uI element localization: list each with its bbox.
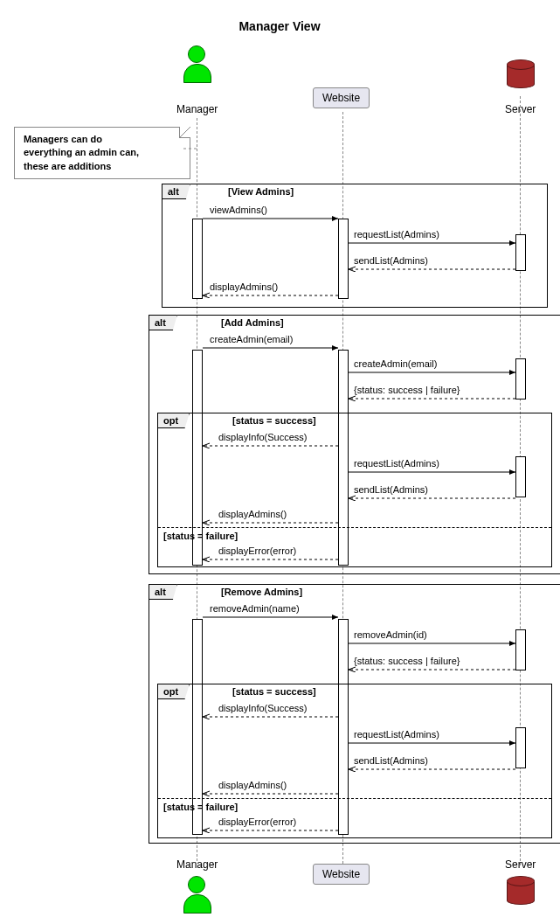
frame-operator: opt bbox=[157, 413, 190, 428]
frame-operator: alt bbox=[162, 184, 190, 199]
activation bbox=[515, 234, 526, 271]
frame-else-guard: [status = failure] bbox=[163, 802, 238, 812]
actor-icon bbox=[183, 45, 210, 80]
activation bbox=[515, 629, 526, 670]
message: displayInfo(Success) bbox=[218, 432, 308, 442]
message: removeAdmin(id) bbox=[354, 629, 427, 640]
activation bbox=[338, 219, 349, 299]
database-icon bbox=[507, 876, 533, 906]
server-label-bottom: Server bbox=[505, 858, 536, 871]
activation bbox=[515, 358, 526, 399]
actor-label-top: Manager bbox=[176, 103, 218, 115]
note-line: these are additions bbox=[24, 161, 111, 171]
note-line: everything an admin can, bbox=[24, 147, 139, 157]
message: createAdmin(email) bbox=[210, 334, 293, 344]
message: createAdmin(email) bbox=[354, 358, 437, 369]
diagram-title: Manager View bbox=[9, 19, 550, 33]
message: displayAdmins() bbox=[218, 780, 287, 790]
message: removeAdmin(name) bbox=[210, 603, 300, 614]
message: displayAdmins() bbox=[218, 509, 287, 519]
frame-guard: [status = success] bbox=[232, 415, 316, 426]
message: displayAdmins() bbox=[210, 281, 278, 292]
activation bbox=[192, 219, 203, 299]
message: displayError(error) bbox=[218, 545, 296, 556]
note-line: Managers can do bbox=[24, 134, 102, 144]
frame-guard: [Add Admins] bbox=[221, 317, 284, 328]
actor-icon bbox=[183, 876, 210, 911]
message: sendList(Admins) bbox=[354, 484, 428, 495]
message: sendList(Admins) bbox=[354, 755, 428, 766]
website-label-bottom: Website bbox=[313, 864, 370, 885]
database-icon bbox=[507, 59, 533, 89]
message: sendList(Admins) bbox=[354, 255, 428, 266]
frame-guard: [Remove Admins] bbox=[221, 587, 302, 597]
message: displayError(error) bbox=[218, 816, 296, 827]
message: requestList(Admins) bbox=[354, 229, 439, 240]
message: requestList(Admins) bbox=[354, 458, 439, 469]
message: displayInfo(Success) bbox=[218, 703, 308, 713]
message: viewAdmins() bbox=[210, 205, 267, 215]
frame-guard: [View Admins] bbox=[228, 186, 294, 197]
message: {status: success | failure} bbox=[354, 656, 460, 666]
frame-operator: alt bbox=[149, 584, 177, 600]
frame-operator: alt bbox=[149, 315, 177, 330]
note: Managers can do everything an admin can,… bbox=[14, 127, 190, 179]
message: requestList(Admins) bbox=[354, 729, 439, 740]
website-label-top: Website bbox=[313, 87, 370, 108]
frame-operator: opt bbox=[157, 684, 190, 699]
frame-guard: [status = success] bbox=[232, 686, 316, 697]
sequence-diagram: Manager View Manager Website Server Mana… bbox=[9, 9, 550, 918]
actor-label-bottom: Manager bbox=[176, 858, 218, 871]
message: {status: success | failure} bbox=[354, 385, 460, 395]
frame-else-guard: [status = failure] bbox=[163, 531, 238, 541]
